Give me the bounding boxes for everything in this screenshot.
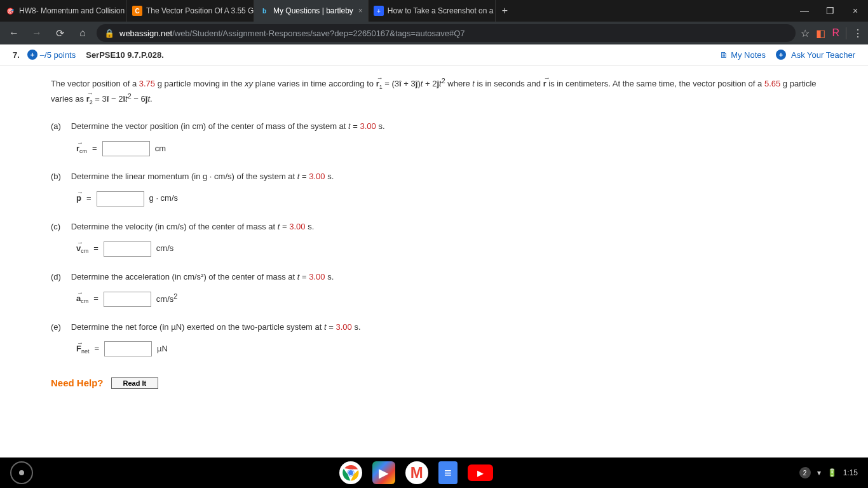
part-d-label: (d) [51, 271, 69, 284]
gmail-icon[interactable]: M [405, 461, 428, 484]
unit-c: cm/s [156, 242, 173, 255]
tab-4[interactable]: + How to Take a Screenshot on a C × [369, 0, 496, 22]
notes-icon: 🗎 [720, 50, 728, 60]
need-help-section: Need Help? Read It [51, 376, 817, 391]
system-tray[interactable]: 2 ▾ 🔋 1:15 [799, 467, 858, 478]
minimize-button[interactable]: — [792, 0, 817, 22]
tab-title-3: My Questions | bartleby [273, 6, 353, 15]
forward-button[interactable]: → [28, 24, 46, 42]
play-store-icon[interactable]: ▶ [372, 461, 395, 484]
answer-input-e[interactable] [104, 341, 152, 356]
part-b-label: (b) [51, 170, 69, 184]
points-label: –/5 points [40, 50, 76, 60]
var-b: →p [76, 192, 81, 205]
var-d: →acm [76, 292, 88, 306]
extension-icon-2[interactable]: R [832, 27, 839, 39]
part-a: (a) Determine the vector position (in cm… [51, 120, 817, 156]
part-e-label: (e) [51, 321, 69, 334]
window-controls: — ❐ × [792, 0, 868, 22]
tab-icon-2: C [132, 6, 142, 16]
part-a-label: (a) [51, 120, 69, 133]
clock: 1:15 [843, 468, 858, 477]
problem-statement: The vector position of a 3.75 g particle… [51, 76, 817, 106]
part-e: (e) Determine the net force (in µN) exer… [51, 321, 817, 357]
tab-1[interactable]: 🎯 HW8- Momentum and Collision × [0, 0, 127, 22]
new-tab-button[interactable]: + [496, 5, 514, 17]
tab-title-2: The Vector Position Of A 3.55 G [146, 6, 254, 15]
part-c: (c) Determine the velocity (in cm/s) of … [51, 220, 817, 257]
youtube-icon[interactable]: ▶ [468, 464, 493, 481]
url-path: /web/Student/Assignment-Responses/save?d… [172, 29, 465, 38]
tab-title-4: How to Take a Screenshot on a C [388, 6, 496, 15]
back-button[interactable]: ← [5, 24, 23, 42]
launcher-button[interactable] [10, 461, 33, 484]
tab-icon-1: 🎯 [5, 6, 15, 16]
tab-3-active[interactable]: b My Questions | bartleby × [254, 0, 369, 22]
read-it-button[interactable]: Read It [111, 377, 159, 389]
lock-icon: 🔒 [104, 29, 114, 38]
my-notes-button[interactable]: 🗎My Notes [720, 50, 766, 60]
close-icon[interactable]: × [358, 6, 363, 15]
docs-icon[interactable]: ≡ [438, 461, 458, 484]
restore-button[interactable]: ❐ [817, 0, 843, 22]
expand-icon[interactable]: + [27, 50, 37, 60]
unit-a: cm [155, 142, 166, 156]
extension-icons: ☆ ◧ R ⋮ [801, 27, 863, 39]
tab-2[interactable]: C The Vector Position Of A 3.55 G × [127, 0, 254, 22]
close-window-button[interactable]: × [843, 0, 868, 22]
chrome-app-icon[interactable] [339, 461, 362, 484]
answer-input-c[interactable] [104, 241, 151, 257]
tab-title-1: HW8- Momentum and Collision [19, 6, 125, 15]
answer-input-d[interactable] [104, 292, 151, 307]
answer-input-a[interactable] [102, 141, 150, 156]
home-button[interactable]: ⌂ [74, 24, 92, 42]
question-number: 7. [13, 50, 20, 60]
star-icon[interactable]: ☆ [801, 27, 810, 39]
question-body: The vector position of a 3.75 g particle… [0, 65, 868, 414]
var-e: →Fnet [76, 342, 89, 356]
url-input[interactable]: 🔒 webassign.net/web/Student/Assignment-R… [97, 24, 796, 42]
tab-icon-4: + [374, 6, 384, 16]
url-bar: ← → ⟳ ⌂ 🔒 webassign.net/web/Student/Assi… [0, 22, 868, 44]
unit-d: cm/s2 [156, 291, 177, 306]
part-b: (b) Determine the linear momentum (in g … [51, 170, 817, 207]
browser-tabs: 🎯 HW8- Momentum and Collision × C The Ve… [0, 0, 868, 22]
need-help-label: Need Help? [51, 376, 104, 391]
reload-button[interactable]: ⟳ [51, 24, 69, 42]
tab-icon-3: b [259, 6, 269, 16]
part-d: (d) Determine the acceleration (in cm/s²… [51, 271, 817, 307]
wifi-icon: ▾ [817, 468, 821, 477]
notification-badge[interactable]: 2 [799, 467, 811, 478]
battery-icon: 🔋 [827, 468, 837, 477]
page-content: 7. + –/5 points SerPSE10 9.7.P.028. 🗎My … [0, 44, 868, 458]
part-c-label: (c) [51, 220, 69, 234]
menu-icon[interactable]: ⋮ [846, 27, 863, 39]
unit-e: µN [157, 342, 168, 356]
answer-input-b[interactable] [97, 191, 144, 207]
dock: ▶ M ≡ ▶ 2 ▾ 🔋 1:15 [0, 458, 868, 488]
svg-point-2 [348, 470, 353, 476]
var-c: →vcm [76, 242, 88, 255]
var-a: →rcm [76, 142, 87, 156]
question-header: 7. + –/5 points SerPSE10 9.7.P.028. 🗎My … [0, 44, 868, 65]
url-domain: webassign.net [119, 29, 172, 38]
plus-icon: + [776, 50, 786, 60]
ask-teacher-button[interactable]: +Ask Your Teacher [776, 50, 855, 60]
problem-id: SerPSE10 9.7.P.028. [86, 50, 164, 60]
extension-icon-1[interactable]: ◧ [816, 27, 825, 39]
unit-b: g · cm/s [149, 192, 179, 205]
